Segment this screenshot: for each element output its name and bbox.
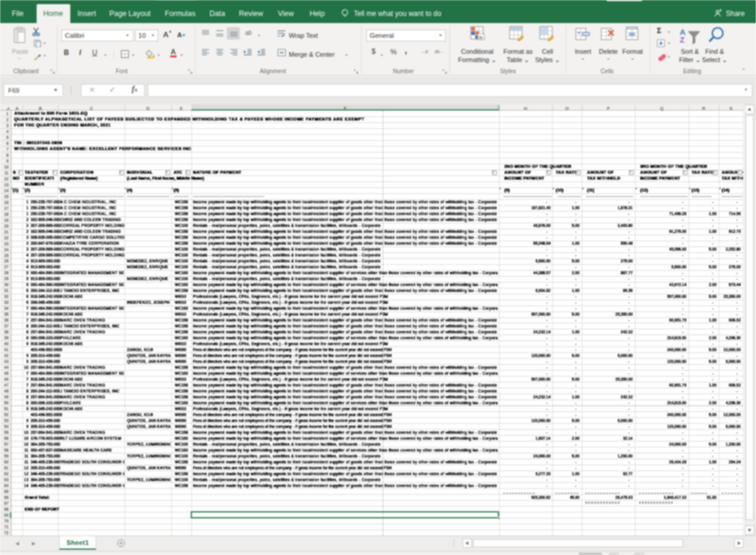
svg-text:Z: Z (680, 35, 685, 44)
svg-text:fx: fx (479, 35, 483, 40)
